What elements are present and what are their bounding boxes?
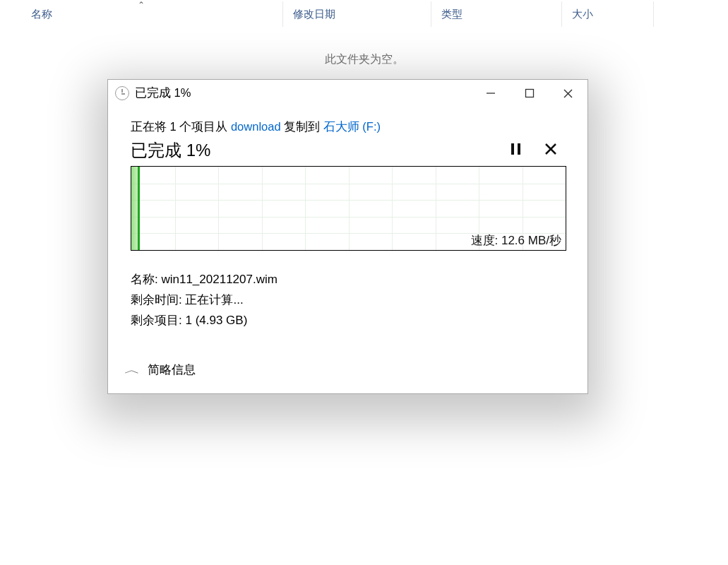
cancel-button[interactable]: [544, 142, 558, 159]
detail-name-value: win11_20211207.wim: [161, 273, 277, 286]
svg-rect-1: [525, 90, 533, 97]
maximize-button[interactable]: [510, 80, 549, 107]
column-header-size[interactable]: 大小: [562, 1, 654, 27]
dialog-title: 已完成 1%: [135, 85, 471, 101]
minimize-button[interactable]: [471, 80, 510, 107]
speed-graph: 速度: 12.6 MB/秒: [131, 166, 566, 251]
column-header-date[interactable]: 修改日期: [283, 1, 431, 27]
column-header-label: 名称: [31, 8, 52, 21]
chevron-up-icon: ︿: [124, 363, 140, 378]
close-button[interactable]: [549, 80, 587, 107]
copy-description: 正在将 1 个项目从 download 复制到 石大师 (F:): [131, 119, 565, 135]
speed-value: 12.6 MB/秒: [501, 234, 561, 247]
detail-time-label: 剩余时间:: [131, 293, 185, 307]
detail-items-label: 剩余项目:: [131, 314, 185, 327]
pause-button[interactable]: [510, 142, 523, 159]
copy-details: 名称: win11_20211207.wim 剩余时间: 正在计算... 剩余项…: [131, 269, 565, 331]
svg-rect-4: [511, 143, 514, 155]
progress-percent-label: 已完成 1%: [131, 139, 210, 162]
column-header-row: 名称 ⌃ 修改日期 类型 大小: [0, 0, 728, 30]
graph-current-bar: [138, 167, 140, 250]
column-header-type[interactable]: 类型: [431, 1, 562, 27]
column-header-name[interactable]: 名称 ⌃: [0, 1, 283, 27]
speed-label: 速度:: [471, 234, 501, 247]
svg-rect-5: [518, 143, 520, 155]
column-header-label: 类型: [441, 8, 463, 21]
column-header-label: 修改日期: [293, 8, 335, 21]
detail-time-value: 正在计算...: [185, 293, 243, 307]
column-header-label: 大小: [572, 8, 593, 21]
dialog-titlebar[interactable]: 已完成 1%: [108, 80, 587, 107]
detail-name-label: 名称:: [131, 273, 161, 286]
copy-progress-dialog: 已完成 1% 正在将 1 个项目从 download 复制到 石大师 (F:) …: [107, 79, 588, 394]
source-link[interactable]: download: [231, 120, 281, 133]
empty-folder-message: 此文件夹为空。: [0, 52, 728, 67]
toggle-details-button[interactable]: ︿ 简略信息: [126, 362, 196, 378]
destination-link[interactable]: 石大师 (F:): [323, 120, 381, 133]
copy-mid: 复制到: [281, 120, 323, 133]
detail-items-value: 1 (4.93 GB): [185, 314, 247, 327]
toggle-details-label: 简略信息: [148, 362, 196, 378]
clock-icon: [115, 86, 129, 100]
detail-name: 名称: win11_20211207.wim: [131, 269, 565, 290]
copy-prefix: 正在将 1 个项目从: [131, 120, 231, 133]
detail-time: 剩余时间: 正在计算...: [131, 290, 565, 310]
sort-indicator-icon: ⌃: [138, 0, 145, 10]
speed-readout: 速度: 12.6 MB/秒: [471, 232, 562, 249]
detail-items: 剩余项目: 1 (4.93 GB): [131, 310, 565, 331]
